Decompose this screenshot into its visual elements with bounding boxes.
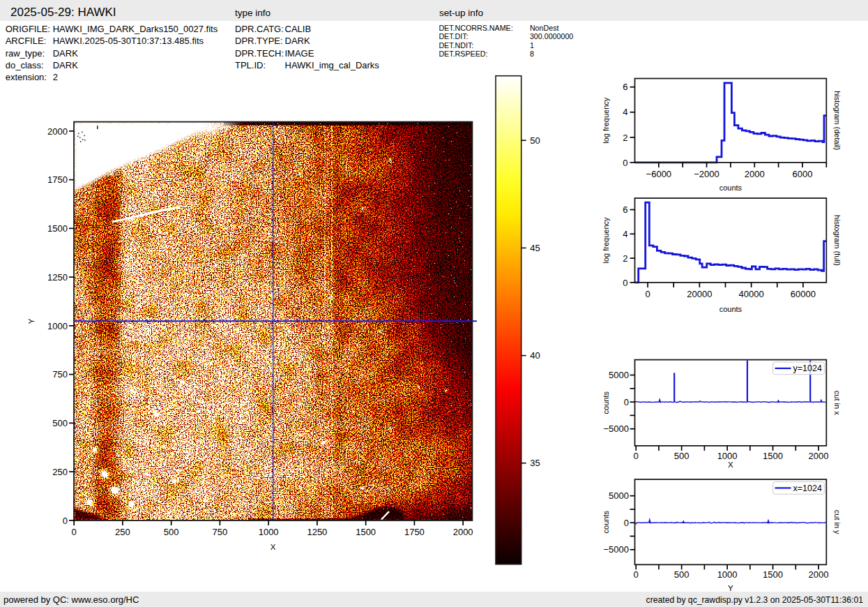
svg-text:X: X	[728, 460, 733, 469]
svg-text:0: 0	[624, 518, 629, 528]
svg-text:cut in x: cut in x	[833, 391, 842, 415]
svg-text:set-up info: set-up info	[439, 8, 483, 18]
svg-text:do_class:: do_class:	[6, 60, 44, 70]
svg-text:−5000: −5000	[603, 424, 629, 434]
svg-text:500: 500	[674, 569, 690, 580]
svg-text:0: 0	[63, 516, 68, 526]
svg-text:1750: 1750	[404, 527, 425, 537]
svg-text:6: 6	[623, 82, 627, 92]
svg-text:6000: 6000	[792, 169, 812, 179]
svg-text:1500: 1500	[356, 527, 376, 537]
svg-text:2: 2	[623, 253, 627, 264]
svg-text:ORIGFILE:: ORIGFILE:	[6, 24, 50, 34]
svg-text:750: 750	[213, 527, 228, 537]
svg-text:60000: 60000	[791, 289, 816, 299]
svg-text:counts: counts	[602, 391, 610, 414]
svg-text:type info: type info	[235, 8, 271, 18]
svg-text:−6000: −6000	[646, 169, 672, 179]
svg-text:y=1024: y=1024	[793, 364, 822, 373]
svg-text:1000: 1000	[259, 527, 279, 537]
svg-text:1000: 1000	[717, 569, 738, 580]
svg-text:50: 50	[530, 135, 540, 146]
svg-text:−2000: −2000	[694, 169, 719, 179]
svg-text:1500: 1500	[47, 223, 68, 234]
svg-text:histogram (full): histogram (full)	[833, 215, 842, 266]
svg-text:DARK: DARK	[53, 48, 78, 59]
svg-text:counts: counts	[719, 183, 743, 192]
svg-text:0: 0	[623, 158, 627, 168]
svg-text:20000: 20000	[687, 289, 712, 299]
svg-text:300.0000000: 300.0000000	[530, 32, 573, 40]
svg-text:0: 0	[72, 527, 77, 537]
svg-text:TPL.ID:: TPL.ID:	[235, 60, 266, 70]
svg-text:5000: 5000	[609, 490, 629, 501]
svg-text:HAWKI_IMG_DARK_Darks150_0027.f: HAWKI_IMG_DARK_Darks150_0027.fits	[53, 24, 218, 34]
svg-text:1000: 1000	[717, 451, 738, 461]
svg-text:extension:: extension:	[6, 72, 47, 82]
svg-text:500: 500	[52, 418, 68, 428]
svg-text:0: 0	[624, 397, 629, 407]
svg-text:750: 750	[52, 369, 68, 380]
svg-text:IMAGE: IMAGE	[285, 48, 314, 59]
svg-text:ARCFILE:: ARCFILE:	[6, 36, 47, 46]
svg-text:DET.RSPEED:: DET.RSPEED:	[439, 50, 487, 58]
svg-text:45: 45	[530, 243, 540, 253]
svg-text:40000: 40000	[739, 289, 764, 299]
svg-text:counts: counts	[719, 305, 743, 313]
svg-text:counts: counts	[602, 511, 610, 534]
svg-text:NonDest: NonDest	[530, 24, 559, 32]
svg-text:DPR.TECH:: DPR.TECH:	[235, 48, 284, 59]
svg-text:log frequency: log frequency	[602, 217, 610, 264]
svg-text:1750: 1750	[47, 174, 68, 185]
svg-text:1500: 1500	[763, 569, 783, 580]
svg-text:1250: 1250	[47, 272, 68, 283]
svg-text:powered by QC: www.eso.org/HC: powered by QC: www.eso.org/HC	[3, 594, 139, 605]
svg-text:1500: 1500	[763, 451, 783, 461]
svg-text:250: 250	[115, 527, 130, 537]
svg-text:Y: Y	[27, 318, 36, 324]
svg-text:40: 40	[530, 350, 540, 361]
svg-text:500: 500	[164, 527, 179, 537]
svg-text:5000: 5000	[609, 370, 629, 380]
svg-text:250: 250	[52, 467, 68, 477]
svg-text:2000: 2000	[47, 126, 68, 137]
svg-text:500: 500	[674, 451, 690, 461]
svg-text:created by qc_rawdisp.py v1.2.: created by qc_rawdisp.py v1.2.3 on 2025-…	[646, 595, 864, 605]
svg-text:2025-05-29: HAWKI: 2025-05-29: HAWKI	[10, 6, 116, 19]
svg-text:4: 4	[623, 229, 627, 239]
svg-text:0: 0	[645, 289, 650, 299]
svg-text:0: 0	[634, 569, 639, 580]
svg-text:DET.NDIT:: DET.NDIT:	[439, 41, 473, 50]
svg-text:1000: 1000	[47, 321, 68, 331]
svg-text:0: 0	[623, 278, 627, 288]
svg-text:4: 4	[623, 107, 627, 117]
svg-text:x=1024: x=1024	[793, 484, 822, 493]
svg-text:6: 6	[623, 204, 627, 215]
svg-text:HAWKI.2025-05-30T10:37:13.485.: HAWKI.2025-05-30T10:37:13.485.fits	[53, 36, 204, 46]
svg-text:2: 2	[53, 72, 58, 82]
svg-text:DPR.CATG:: DPR.CATG:	[235, 24, 284, 34]
svg-text:−5000: −5000	[603, 544, 629, 555]
svg-text:DARK: DARK	[285, 36, 310, 46]
svg-text:DARK: DARK	[53, 60, 78, 70]
svg-text:0: 0	[634, 451, 639, 461]
svg-text:2000: 2000	[809, 451, 829, 461]
svg-text:8: 8	[530, 50, 534, 58]
svg-text:log frequency: log frequency	[602, 97, 610, 144]
svg-text:2000: 2000	[745, 169, 765, 179]
svg-text:DET.DIT:: DET.DIT:	[439, 32, 468, 40]
svg-text:DET.NCORRS.NAME:: DET.NCORRS.NAME:	[439, 24, 512, 32]
svg-text:Y: Y	[728, 584, 733, 592]
svg-text:1: 1	[530, 41, 534, 50]
svg-text:2: 2	[623, 133, 627, 143]
svg-text:HAWKI_img_cal_Darks: HAWKI_img_cal_Darks	[285, 60, 380, 70]
svg-text:2000: 2000	[453, 527, 473, 537]
svg-text:2000: 2000	[809, 569, 829, 580]
svg-text:CALIB: CALIB	[285, 24, 312, 34]
svg-text:cut in y: cut in y	[833, 510, 842, 534]
svg-text:1250: 1250	[307, 527, 327, 537]
svg-text:DPR.TYPE:: DPR.TYPE:	[235, 36, 283, 46]
svg-text:X: X	[271, 543, 276, 551]
svg-text:35: 35	[530, 458, 540, 468]
svg-text:histogram (detail): histogram (detail)	[833, 91, 842, 150]
